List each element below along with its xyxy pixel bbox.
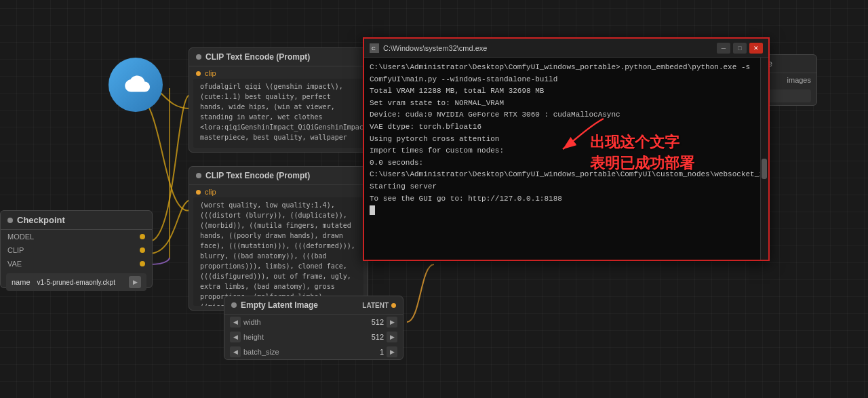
latent-width-decrease[interactable]: ◀ [230,317,241,327]
latent-height-increase[interactable]: ▶ [387,332,397,342]
cmd-titlebar[interactable]: C C:\Windows\system32\cmd.exe ─ □ ✕ [364,39,768,58]
latent-batch-decrease[interactable]: ◀ [230,346,241,357]
cloud-icon-circle [108,58,163,112]
checkpoint-clip-row: CLIP [1,243,152,257]
cmd-scrollbar-thumb[interactable] [762,159,767,179]
clip-text-encode-node-2: CLIP Text Encode (Prompt) clip (worst qu… [189,166,368,311]
checkpoint-clip-dot [140,247,145,253]
clip-node-1-label: clip [189,66,368,79]
latent-width-row: ◀ width 512 ▶ [224,315,403,330]
clip-node-2-title-dot [196,173,201,178]
cmd-window-buttons: ─ □ ✕ [717,43,763,54]
checkpoint-model-label: MODEL [7,233,34,241]
latent-output-dot [391,303,396,308]
svg-text:C: C [372,45,376,52]
cmd-line: Using pytorch cross attention [370,134,763,146]
cmd-line: To see the GUI go to: http://127.0.0.1:8… [370,193,763,205]
clip-node-1-label-text: clip [205,69,216,77]
cloud-icon [119,68,152,101]
latent-height-label: height [243,333,369,341]
cmd-line: C:\Users\Administrator\Desktop\ComfyUI_w… [370,62,763,85]
latent-label-text: LATENT [362,302,389,309]
clip-node-1-title-text: CLIP Text Encode (Prompt) [205,52,310,62]
clip-node-1-title-dot [196,54,201,60]
clip-text-encode-node-1: CLIP Text Encode (Prompt) clip ofudalgir… [189,47,368,153]
clip-node-2-label-text: clip [205,188,216,196]
checkpoint-name-field[interactable]: name v1-5-pruned-emaonly.ckpt ▶ [6,273,146,291]
latent-width-value: 512 [372,318,384,326]
cmd-window: C C:\Windows\system32\cmd.exe ─ □ ✕ C:\U… [363,37,770,261]
checkpoint-model-dot [140,234,145,239]
cmd-content: C:\Users\Administrator\Desktop\ComfyUI_w… [364,58,768,260]
cmd-line: VAE dtype: torch.bfloat16 [370,121,763,134]
latent-width-increase[interactable]: ▶ [387,317,397,327]
cmd-line: Total VRAM 12288 MB, total RAM 32698 MB [370,85,763,98]
cmd-scrollbar[interactable] [760,58,768,260]
cmd-close-button[interactable]: ✕ [749,43,763,54]
checkpoint-model-row: MODEL [1,230,152,243]
latent-batch-row: ◀ batch_size 1 ▶ [224,344,403,359]
checkpoint-name-label: name [12,278,31,286]
checkpoint-vae-row: VAE [1,257,152,271]
latent-batch-label: batch_size [243,348,377,356]
latent-height-value: 512 [372,333,384,341]
save-images-label: images [787,76,811,84]
cmd-minimize-button[interactable]: ─ [717,43,730,54]
cloud-node [98,47,173,122]
cmd-title-text: C:\Windows\system32\cmd.exe [383,44,713,52]
latent-width-label: width [243,318,369,326]
checkpoint-vae-label: VAE [7,260,22,268]
clip-node-2-label: clip [189,185,368,197]
cmd-line: Starting server [370,181,763,193]
clip-node-2-title: CLIP Text Encode (Prompt) [189,167,368,185]
latent-batch-increase[interactable]: ▶ [387,346,397,357]
checkpoint-play-button[interactable]: ▶ [129,276,141,288]
latent-batch-value: 1 [380,348,384,356]
latent-title-dot [231,302,237,308]
cmd-line: Device: cuda:0 NVIDIA GeForce RTX 3060 :… [370,109,763,121]
checkpoint-vae-dot [140,261,145,266]
clip-node-1-title: CLIP Text Encode (Prompt) [189,48,368,66]
cmd-output: C:\Users\Administrator\Desktop\ComfyUI_w… [370,62,763,205]
cmd-line: Import times for custom nodes: [370,145,763,157]
checkpoint-name-value: v1-5-pruned-emaonly.ckpt [37,279,115,286]
cmd-maximize-button[interactable]: □ [733,43,747,54]
checkpoint-title-text: Checkpoint [17,215,65,225]
cmd-icon: C [370,43,379,53]
latent-title-text: Empty Latent Image [241,300,318,310]
canvas: Checkpoint MODEL CLIP VAE name v1-5-prun… [0,0,868,398]
latent-height-row: ◀ height 512 ▶ [224,330,403,344]
clip-node-2-title-text: CLIP Text Encode (Prompt) [205,171,310,180]
latent-image-node: Empty Latent Image LATENT ◀ width 512 ▶ … [224,296,403,360]
checkpoint-node: Checkpoint MODEL CLIP VAE name v1-5-prun… [0,210,153,288]
clip-node-2-text[interactable]: (worst quality, low quality:1.4), (((dis… [193,197,363,306]
checkpoint-title: Checkpoint [1,211,152,230]
cmd-cursor [370,205,375,215]
cmd-line: Set vram state to: NORMAL_VRAM [370,98,763,110]
checkpoint-clip-label: CLIP [7,246,24,254]
latent-title: Empty Latent Image LATENT [224,296,403,315]
clip-node-1-text[interactable]: ofudalgirl qiqi \(genshin impact\), (cut… [193,79,363,148]
latent-height-decrease[interactable]: ◀ [230,332,241,342]
cmd-line: 0.0 seconds: C:\Users\Administrator\Desk… [370,157,763,181]
